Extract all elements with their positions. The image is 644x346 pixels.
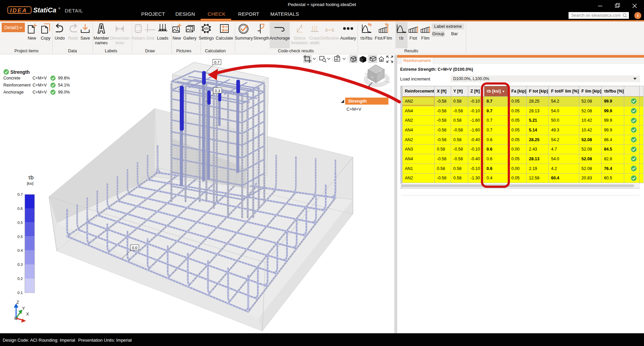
svg-text:0.7: 0.7 bbox=[214, 60, 220, 64]
svg-text:0.3: 0.3 bbox=[17, 263, 23, 267]
svg-text:C+M+V: C+M+V bbox=[33, 90, 47, 95]
svg-text:99.6%: 99.6% bbox=[58, 76, 70, 80]
svg-text:</>: </> bbox=[204, 27, 209, 31]
svg-text:τb: τb bbox=[28, 174, 34, 181]
svg-text:0.5: 0.5 bbox=[17, 235, 23, 239]
svg-text:0.6: 0.6 bbox=[17, 207, 23, 211]
svg-text:C+M+V: C+M+V bbox=[346, 107, 361, 112]
svg-text:C+M+V: C+M+V bbox=[33, 83, 47, 88]
svg-text:C+M+V: C+M+V bbox=[33, 76, 47, 80]
svg-text:®: ® bbox=[58, 7, 60, 10]
svg-text:Anchorage: Anchorage bbox=[3, 90, 24, 95]
svg-text:0.7: 0.7 bbox=[17, 192, 23, 196]
svg-text:Strength: Strength bbox=[10, 69, 30, 75]
svg-text:Y: Y bbox=[22, 306, 25, 311]
svg-text:0.1: 0.1 bbox=[17, 291, 23, 295]
svg-text:54.1%: 54.1% bbox=[58, 83, 70, 88]
svg-text:0.3: 0.3 bbox=[215, 89, 220, 93]
svg-text:Strength: Strength bbox=[348, 99, 367, 104]
svg-text:Concrete: Concrete bbox=[3, 76, 20, 80]
svg-text:[ksi]: [ksi] bbox=[27, 181, 34, 185]
svg-text:0.0: 0.0 bbox=[132, 246, 138, 250]
svg-text:0.5: 0.5 bbox=[17, 221, 23, 225]
svg-text:99.0%: 99.0% bbox=[58, 90, 70, 95]
svg-text:Z: Z bbox=[16, 300, 19, 305]
svg-text:y: y bbox=[372, 75, 373, 78]
svg-text:0.4: 0.4 bbox=[17, 248, 23, 252]
svg-text:X: X bbox=[26, 312, 29, 316]
svg-text:z: z bbox=[380, 70, 381, 73]
svg-text:Reinforcement: Reinforcement bbox=[3, 83, 31, 88]
svg-text:0.2: 0.2 bbox=[17, 277, 23, 281]
svg-text:3D: 3D bbox=[335, 58, 338, 61]
